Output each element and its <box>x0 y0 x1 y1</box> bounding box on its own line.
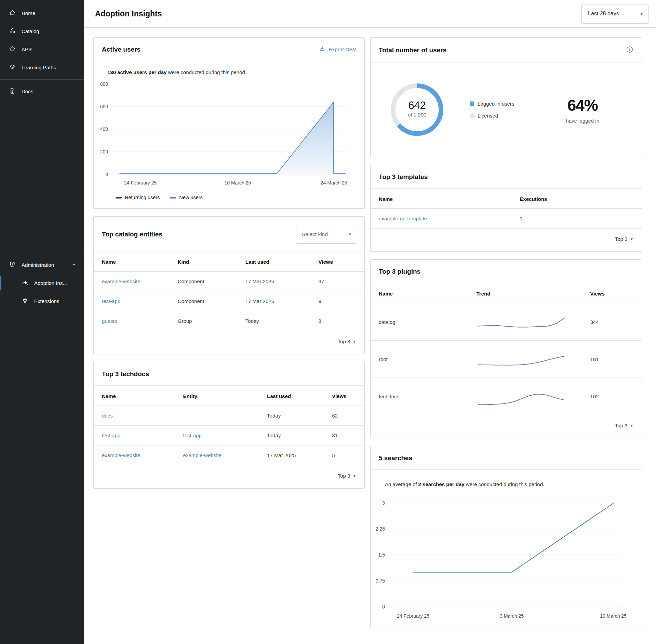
table-row: test-appComponent17 Mar 20259 <box>94 291 364 311</box>
entity-link[interactable]: test-app <box>102 433 120 438</box>
top-n-label: Top 3 <box>338 339 350 344</box>
card-title: Top 3 templates <box>379 173 428 181</box>
card-title: Total number of users <box>379 46 446 54</box>
kind-select[interactable]: Select kind ▾ <box>296 225 356 244</box>
column-header: Entity <box>175 386 259 406</box>
svg-text:200: 200 <box>100 149 108 154</box>
column-header: Name <box>94 251 170 272</box>
top-n-dropdown[interactable]: Top 3 ▾ <box>94 331 364 354</box>
table-cell: Today <box>237 311 310 331</box>
plugin-trend-sparkline <box>468 341 582 378</box>
caret-down-icon: ▾ <box>353 474 356 478</box>
table-cell: docs <box>94 406 175 426</box>
entity-link[interactable]: docs <box>102 413 113 419</box>
dashboard-content: Active users Export CSV 130 active users… <box>84 28 656 643</box>
sidebar-item-learning-paths[interactable]: Learning Paths <box>0 58 84 77</box>
table-row: catalog344 <box>371 303 642 341</box>
sidebar-item-home[interactable]: Home <box>0 4 84 22</box>
sidebar-item-extensions[interactable]: Extensions <box>0 292 84 310</box>
sidebar-item-adoption-insights[interactable]: Adoption Ins... <box>0 274 84 292</box>
sidebar-item-label: APIs <box>22 46 32 52</box>
main-area: Adoption Insights Last 28 days ▾ Active … <box>84 0 656 644</box>
document-icon <box>9 87 16 95</box>
table-cell: example-website <box>175 446 259 465</box>
catalog-icon <box>9 27 16 35</box>
column-header: Last used <box>237 251 310 272</box>
logged-in-percent: 64% <box>566 96 599 114</box>
table-row: techdocs102 <box>371 378 642 415</box>
svg-text:2.25: 2.25 <box>376 526 385 532</box>
active-users-legend: Returning usersNew users <box>116 195 364 200</box>
plugin-trend-sparkline <box>468 303 582 341</box>
info-icon[interactable] <box>626 46 633 55</box>
sidebar-item-docs[interactable]: Docs <box>0 82 84 100</box>
table-row: docs--Today62 <box>94 406 364 426</box>
top-plugins-card: Top 3 plugins NameTrendViewscatalog344ro… <box>370 259 642 438</box>
table-row: test-apptest-appToday31 <box>94 426 364 446</box>
entity-link[interactable]: example-website <box>102 452 140 458</box>
table-cell: 62 <box>324 406 364 426</box>
page-title: Adoption Insights <box>95 9 162 18</box>
top-n-dropdown[interactable]: Top 3 ▾ <box>94 465 364 488</box>
table-row: example-websiteexample-website17 Mar 202… <box>94 446 364 465</box>
sidebar-item-apis[interactable]: APIs <box>0 40 84 58</box>
entity-link[interactable]: example-website <box>102 278 140 284</box>
svg-text:642: 642 <box>408 99 426 111</box>
svg-text:of 1,000: of 1,000 <box>408 112 426 118</box>
svg-text:24 February 25: 24 February 25 <box>397 613 429 619</box>
caret-down-icon: ▾ <box>640 12 643 16</box>
entity-link[interactable]: guests <box>102 318 117 324</box>
svg-text:600: 600 <box>100 104 108 109</box>
top-n-dropdown[interactable]: Top 3 ▾ <box>371 415 642 438</box>
sidebar-item-label: Catalog <box>22 28 39 34</box>
svg-text:10 March 25: 10 March 25 <box>600 613 626 619</box>
top-plugins-table: NameTrendViewscatalog344root181techdocs1… <box>371 283 642 415</box>
caret-down-icon: ▾ <box>630 423 633 428</box>
table-cell: 17 Mar 2025 <box>237 272 310 291</box>
top-n-dropdown[interactable]: Top 3 ▾ <box>371 229 642 251</box>
period-select-value: Last 28 days <box>588 11 619 17</box>
period-select[interactable]: Last 28 days ▾ <box>581 4 648 24</box>
plugin-views: 344 <box>582 303 642 341</box>
svg-text:3 March 25: 3 March 25 <box>500 613 524 619</box>
table-cell: guests <box>94 311 170 331</box>
sidebar-divider <box>0 79 84 80</box>
column-header: Views <box>582 283 642 303</box>
top-n-label: Top 3 <box>615 236 628 242</box>
column-header: Name <box>371 189 511 209</box>
column-header: Trend <box>468 283 582 303</box>
card-title: Top catalog entities <box>102 231 162 238</box>
plugin-name: catalog <box>371 303 468 341</box>
column-header: Views <box>324 386 364 406</box>
svg-text:0: 0 <box>382 604 385 609</box>
chevron-down-icon <box>71 261 77 269</box>
entity-link[interactable]: test-app <box>183 433 202 438</box>
table-cell: test-app <box>175 426 259 446</box>
legend-label: Logged-in users <box>478 101 514 107</box>
entity-link[interactable]: example-website <box>183 452 222 458</box>
plugin-name: root <box>371 341 468 378</box>
table-cell: Today <box>259 426 324 446</box>
sidebar-item-label: Docs <box>22 88 33 94</box>
kind-select-placeholder: Select kind <box>302 231 328 237</box>
table-cell: 9 <box>310 291 364 311</box>
home-icon <box>9 9 16 17</box>
table-cell: 17 Mar 2025 <box>259 446 324 465</box>
plugin-trend-sparkline <box>468 378 582 415</box>
entity-link[interactable]: test-app <box>102 298 120 304</box>
sidebar-item-catalog[interactable]: Catalog <box>0 22 84 40</box>
total-users-card: Total number of users 642of 1,000 Logged… <box>370 37 642 157</box>
plug-icon <box>22 297 28 305</box>
searches-card: 5 searches An average of 2 searches per … <box>370 446 642 628</box>
table-cell: 8 <box>310 311 364 331</box>
entity-link[interactable]: example-go-template <box>379 216 427 221</box>
table-cell: Component <box>170 272 237 291</box>
caret-down-icon: ▾ <box>630 237 633 241</box>
export-csv-button[interactable]: Export CSV <box>319 46 356 53</box>
sidebar-item-administration[interactable]: Administration <box>0 256 84 274</box>
svg-text:400: 400 <box>100 126 108 132</box>
top-techdocs-table: NameEntityLast usedViewsdocs--Today62tes… <box>94 386 364 465</box>
page-header: Adoption Insights Last 28 days ▾ <box>84 0 656 28</box>
caret-down-icon: ▾ <box>349 232 351 236</box>
sidebar-item-label: Administration <box>22 262 54 268</box>
